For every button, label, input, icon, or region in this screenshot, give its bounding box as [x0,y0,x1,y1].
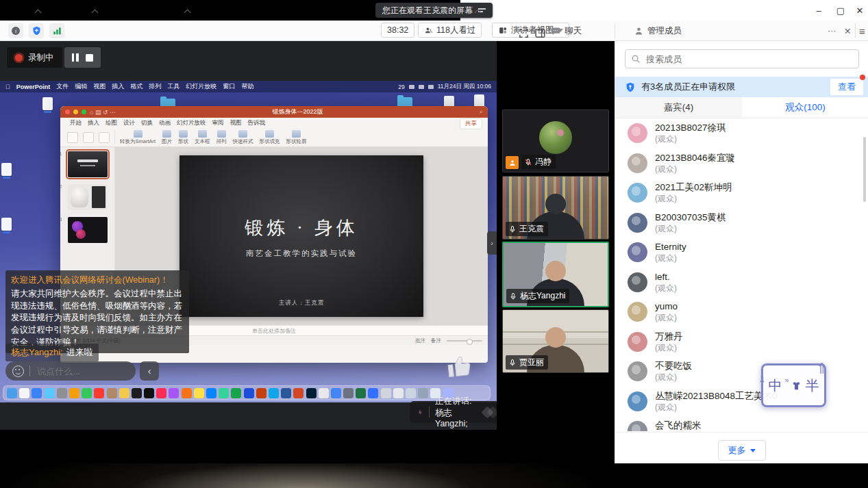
member-row[interactable]: 2021工美02靳坤明 (观众) [615,178,868,208]
ribbon-button[interactable]: 文本框 [195,130,210,145]
dock-app-icon[interactable] [57,388,67,398]
collapse-chat-button[interactable]: ‹ [140,361,159,381]
close-button[interactable]: ✕ [850,0,868,21]
sidebar-hamburger-button[interactable]: ≡ [859,23,865,39]
security-shield-button[interactable] [29,23,44,38]
menubar-menu-item[interactable]: 插入 [112,82,124,91]
dock-app-icon[interactable] [45,388,55,398]
video-tile[interactable]: 冯静 [502,110,609,172]
dock-app-icon[interactable] [19,388,29,398]
dock-app-icon[interactable] [107,388,117,398]
ppt-ribbon-tab[interactable]: 告诉我 [248,119,266,127]
emoji-icon[interactable] [12,365,24,377]
dock-app-icon[interactable] [82,388,92,398]
member-row[interactable]: 万雅丹 (观众) [615,327,868,357]
ribbon-paste-icon[interactable] [67,132,78,143]
slide-thumbnail-1[interactable]: 1 [68,151,108,177]
menubar-menu-item[interactable]: 幻灯片放映 [186,82,216,91]
dock-app-icon[interactable] [244,388,254,398]
dock-app-icon[interactable] [94,388,104,398]
dock-app-icon[interactable] [306,388,317,398]
dock-app-icon[interactable] [356,388,366,398]
macos-dock[interactable] [3,385,491,400]
zoom-slider[interactable] [447,340,482,342]
dock-app-icon[interactable] [343,388,354,398]
ribbon-button[interactable]: 形状填充 [260,130,280,145]
ppt-ribbon-tab[interactable]: 设计 [123,119,135,127]
member-row[interactable]: 丛慧嵘20213B8048工艺美术0 (观众) [615,387,868,417]
member-tab[interactable]: 观众(100) [742,97,868,118]
desktop-file-icon[interactable] [1,163,12,176]
dock-app-icon[interactable] [293,388,303,398]
menubar-menu-item[interactable]: 工具 [167,82,179,91]
menubar-menu-item[interactable]: 帮助 [241,82,253,91]
slide-thumbnail-2[interactable]: 2 [68,184,108,210]
member-row[interactable]: B200307035黄棋 (观众) [615,208,868,238]
menubar-menu-item[interactable]: 排列 [149,82,161,91]
ppt-ribbon-tab[interactable]: 切换 [141,119,153,127]
desktop-file-icon[interactable] [1,218,12,231]
dock-app-icon[interactable] [231,388,241,398]
dock-app-icon[interactable] [132,388,142,398]
dock-app-icon[interactable] [319,388,329,398]
dock-app-icon[interactable] [406,388,416,398]
side-panel-toggle[interactable] [534,25,546,41]
ppt-ribbon-tab[interactable]: 插入 [88,119,99,127]
chat-input-pill[interactable] [5,361,136,381]
dock-app-icon[interactable] [393,388,404,398]
stop-recording-button[interactable] [86,54,93,62]
ppt-status-item[interactable]: 批注 [415,337,425,344]
dock-app-icon[interactable] [269,388,279,398]
member-list-scrollbar[interactable] [863,137,866,202]
dock-app-icon[interactable] [194,388,204,398]
video-tile[interactable]: 王克震 [502,176,609,240]
member-row[interactable]: 会飞的糯米 (观众) [615,416,868,431]
ribbon-button[interactable]: 形状轮廓 [286,130,307,145]
menubar-menu-item[interactable]: 窗口 [223,82,235,91]
close-traffic-light[interactable] [65,110,70,114]
video-tile[interactable]: 杨志Yangzhi [502,242,609,307]
ribbon-button[interactable]: 图片 [162,130,172,145]
dock-app-icon[interactable] [219,388,229,398]
dock-app-icon[interactable] [331,388,341,398]
ppt-ribbon-tab[interactable]: 审阅 [212,119,224,127]
search-input[interactable] [645,53,839,65]
panel-close-button[interactable]: ✕ [844,23,851,39]
ribbon-button[interactable]: 形状 [178,130,188,145]
maximize-button[interactable]: ▢ [830,0,851,21]
meeting-info-button[interactable]: i [8,23,23,38]
dock-app-icon[interactable] [418,388,428,398]
member-tab[interactable]: 嘉宾(4) [615,97,742,118]
member-row[interactable]: 20213B8027徐琪 (观众) [615,118,868,149]
view-requests-button[interactable]: 查看 [830,79,863,95]
pause-recording-button[interactable] [72,53,79,62]
ppt-share-button[interactable]: 共享 [460,118,482,129]
member-row[interactable]: Eternity (观众) [615,237,868,268]
ppt-status-item[interactable]: 备注 [431,337,441,344]
member-search-box[interactable] [625,49,859,68]
maximize-traffic-light[interactable] [82,110,86,114]
member-row[interactable]: 不要吃饭 (观众) [615,357,868,387]
menubar-menu-item[interactable]: 视图 [93,82,106,91]
dock-app-icon[interactable] [144,388,154,398]
ppt-ribbon-tab[interactable]: 绘图 [106,119,117,127]
ribbon-align-icon[interactable] [99,132,110,143]
video-tile[interactable]: 贾亚丽 [502,309,609,373]
ppt-ribbon-tab[interactable]: 幻灯片放映 [177,119,206,127]
viewers-count-button[interactable]: 118人看过 [418,23,482,38]
menubar-menu-item[interactable]: 格式 [130,82,142,91]
desktop-file-icon[interactable] [42,97,53,110]
ribbon-button[interactable]: 排列 [216,130,227,145]
slide-thumbnail-3[interactable]: 3 [68,217,108,243]
ribbon-font-icon[interactable] [83,132,94,143]
ppt-ribbon-tab[interactable]: 视图 [230,119,242,127]
ppt-ribbon-tab[interactable]: 动画 [159,119,171,127]
dock-app-icon[interactable] [256,388,266,398]
ribbon-button[interactable]: 转换为SmartArt [120,130,156,145]
dock-app-icon[interactable] [69,388,79,398]
dock-app-icon[interactable] [119,388,129,398]
dock-app-icon[interactable] [7,388,17,398]
member-row[interactable]: 20213B8046秦宜璇 (观众) [615,149,868,179]
dock-app-icon[interactable] [381,388,391,398]
menubar-menu-item[interactable]: 编辑 [75,82,87,91]
